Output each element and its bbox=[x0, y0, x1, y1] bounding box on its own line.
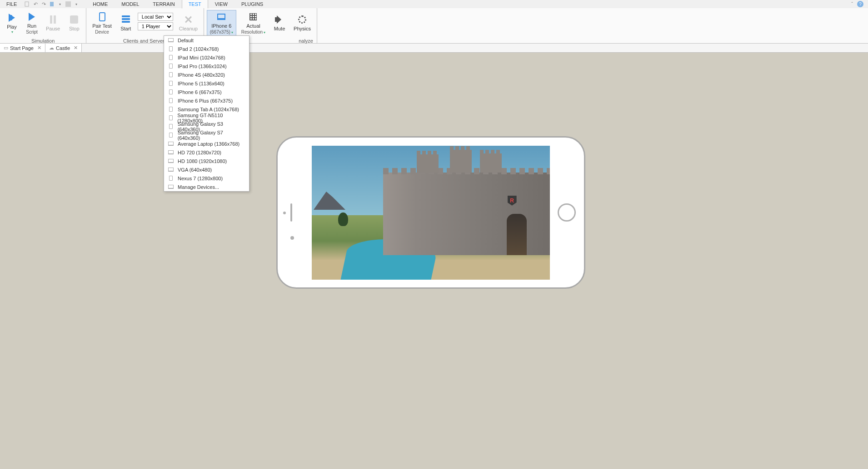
play-button[interactable]: Play ▾ bbox=[3, 10, 21, 36]
gear-icon bbox=[297, 14, 308, 25]
tablet-icon bbox=[168, 107, 174, 112]
chevron-down-icon: ▾ bbox=[264, 30, 265, 35]
tablet-icon bbox=[168, 64, 174, 69]
grid-icon bbox=[248, 11, 259, 22]
device-option-label: VGA (640x480) bbox=[178, 167, 212, 173]
qat-chevron2-icon[interactable]: ▾ bbox=[73, 1, 80, 7]
device-option[interactable]: IPhone 5 (1136x640) bbox=[164, 79, 249, 88]
collapse-ribbon-icon[interactable]: ˆ bbox=[849, 1, 855, 7]
device-option[interactable]: Average Laptop (1366x768) bbox=[164, 139, 249, 148]
device-option-label: IPhone 4S (480x320) bbox=[178, 72, 225, 78]
play-label: Play bbox=[7, 24, 16, 30]
help-icon[interactable]: ? bbox=[857, 1, 863, 7]
menu-file[interactable]: FILE bbox=[2, 1, 21, 7]
server-select[interactable]: Local Server bbox=[138, 13, 173, 21]
actual-resolution-button[interactable]: Actual Resolution▾ bbox=[238, 10, 269, 36]
monitor-icon bbox=[168, 38, 174, 43]
device-option[interactable]: IPhone 6 (667x375) bbox=[164, 88, 249, 96]
cleanup-button[interactable]: Cleanup bbox=[176, 10, 201, 36]
crest-letter: R bbox=[510, 197, 514, 204]
device-sublabel: (667x375) bbox=[210, 30, 230, 35]
quick-access-toolbar: ↶ ↷ ▾ ▾ bbox=[21, 1, 82, 7]
device-option[interactable]: IPad Mini (1024x768) bbox=[164, 53, 249, 62]
new-icon[interactable] bbox=[24, 1, 30, 7]
pair-label: Pair Test bbox=[92, 23, 112, 29]
monitor-icon bbox=[168, 167, 174, 173]
stop-icon bbox=[69, 14, 80, 25]
device-option[interactable]: IPad Pro (1366x1024) bbox=[164, 62, 249, 70]
device-option-label: IPhone 5 (1136x640) bbox=[178, 81, 224, 86]
close-icon[interactable]: ✕ bbox=[37, 45, 41, 51]
actual-label: Actual bbox=[246, 23, 260, 29]
actual-sublabel: Resolution bbox=[241, 30, 263, 35]
physics-label: Physics bbox=[294, 26, 311, 32]
menu-tab-view[interactable]: VIEW bbox=[208, 0, 234, 9]
tablet-icon bbox=[168, 89, 174, 95]
castle-tower bbox=[450, 150, 472, 173]
camera-icon bbox=[290, 236, 294, 240]
device-option[interactable]: HD 1080 (1920x1080) bbox=[164, 157, 249, 165]
menu-tab-plugins[interactable]: PLUGINS bbox=[234, 0, 270, 9]
run-label: Run bbox=[27, 23, 36, 29]
device-button[interactable]: IPhone 6 (667x375)▾ bbox=[207, 10, 236, 36]
run-sublabel: Script bbox=[26, 30, 38, 35]
cleanup-icon bbox=[183, 14, 194, 25]
monitor-icon bbox=[168, 158, 174, 164]
device-label: IPhone 6 bbox=[211, 23, 231, 29]
tablet-icon bbox=[168, 46, 174, 52]
menu-tab-home[interactable]: HOME bbox=[86, 0, 115, 9]
device-option-label: Manage Devices... bbox=[178, 184, 219, 190]
device-option[interactable]: Default bbox=[164, 36, 249, 44]
page-icon: ▭ bbox=[4, 45, 8, 51]
phone-icon bbox=[97, 11, 108, 22]
doc-tab-castle[interactable]: ☁Castle✕ bbox=[45, 44, 82, 52]
doc-tab-label: Start Page bbox=[10, 45, 34, 51]
device-option[interactable]: Manage Devices... bbox=[164, 183, 249, 191]
pair-test-device-button[interactable]: Pair Test Device bbox=[89, 10, 115, 36]
device-option[interactable]: HD 720 (1280x720) bbox=[164, 148, 249, 157]
stop-button[interactable]: Stop bbox=[65, 10, 83, 36]
redo-icon[interactable]: ↷ bbox=[40, 1, 47, 7]
physics-button[interactable]: Physics bbox=[290, 10, 314, 36]
menu-tab-terrain[interactable]: TERRAIN bbox=[146, 0, 181, 9]
ribbon-group-simulation: Play ▾ Run Script Pause Stop Simulation bbox=[0, 8, 86, 43]
device-option-label: IPad 2 (1024x768) bbox=[178, 46, 219, 52]
device-option[interactable]: VGA (640x480) bbox=[164, 165, 249, 174]
run-script-button[interactable]: Run Script bbox=[23, 10, 41, 36]
undo-icon[interactable]: ↶ bbox=[32, 1, 39, 7]
tablet-icon bbox=[168, 72, 174, 78]
menu-tab-test[interactable]: TEST bbox=[182, 0, 208, 9]
tree bbox=[338, 212, 348, 226]
close-icon[interactable]: ✕ bbox=[74, 45, 78, 51]
device-option[interactable]: Nexus 7 (1280x800) bbox=[164, 174, 249, 183]
doc-tab-label: Castle bbox=[56, 45, 70, 51]
run-script-icon bbox=[26, 11, 37, 22]
paste-icon[interactable] bbox=[49, 1, 55, 7]
qat-chevron-icon[interactable]: ▾ bbox=[57, 1, 63, 7]
device-dropdown: DefaultIPad 2 (1024x768)IPad Mini (1024x… bbox=[164, 35, 249, 192]
mute-button[interactable]: Mute bbox=[270, 10, 289, 36]
device-option-label: IPhone 6 (667x375) bbox=[178, 89, 222, 95]
players-select[interactable]: 1 Player bbox=[138, 22, 173, 30]
castle-tower bbox=[480, 153, 502, 173]
game-viewport[interactable]: R bbox=[312, 146, 550, 280]
pause-icon bbox=[48, 14, 59, 25]
viewport[interactable]: R bbox=[0, 53, 868, 469]
fill-color-icon[interactable] bbox=[65, 1, 71, 7]
device-option[interactable]: IPhone 6 Plus (667x375) bbox=[164, 96, 249, 105]
start-button[interactable]: Start bbox=[117, 10, 135, 36]
tablet-icon bbox=[168, 133, 174, 138]
home-button-icon bbox=[558, 203, 576, 222]
device-option[interactable]: Samsung Galaxy S7 (640x360) bbox=[164, 131, 249, 139]
device-option[interactable]: IPhone 4S (480x320) bbox=[164, 70, 249, 79]
doc-tab-start-page[interactable]: ▭Start Page✕ bbox=[0, 44, 45, 52]
castle: R bbox=[383, 173, 550, 256]
device-frame: R bbox=[276, 136, 585, 289]
menu-tab-model[interactable]: MODEL bbox=[115, 0, 146, 9]
cloud-icon: ☁ bbox=[49, 45, 54, 51]
svg-rect-0 bbox=[25, 2, 29, 6]
start-label: Start bbox=[120, 26, 131, 32]
crest-icon: R bbox=[508, 196, 517, 206]
pause-button[interactable]: Pause bbox=[43, 10, 63, 36]
device-option[interactable]: IPad 2 (1024x768) bbox=[164, 44, 249, 53]
